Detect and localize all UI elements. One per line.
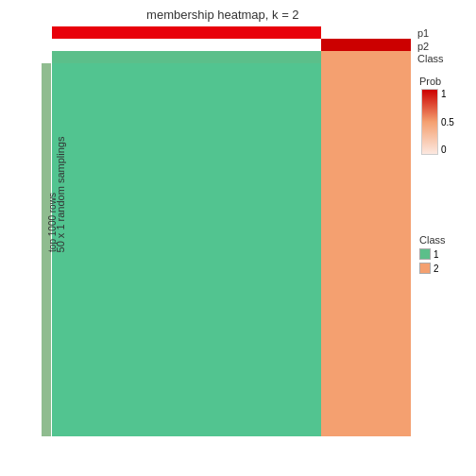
legend-gradient [421,89,438,155]
legend-prob-title: Prob [419,76,471,87]
label-cols: top 1000 rows [47,193,58,252]
label-class: Class [417,53,444,64]
legend-prob-min: 0 [441,144,454,155]
chart-title: membership heatmap, k = 2 [146,8,299,22]
class-bar-row [52,51,411,63]
legend-class-2-label: 2 [434,264,439,274]
legend-prob-mid: 0.5 [441,117,454,128]
legend-class-2-item: 2 [419,263,471,274]
p2-bar [321,39,411,51]
legend-class-1-item: 1 [419,248,471,260]
p1-bar [52,26,321,39]
legend-class-2-swatch [419,263,431,274]
class-bar-2 [321,51,411,63]
label-p2: p2 [417,41,429,52]
heatmap-block-green [52,63,321,436]
class-bar-1 [52,51,321,63]
legend-class-1-swatch [419,248,431,260]
heatmap-main [52,63,411,436]
heatmap-block-salmon [321,63,411,436]
legend-area: Prob 1 0.5 0 Class 1 2 [419,76,471,277]
legend-prob-max: 1 [441,89,454,99]
legend-class-title: Class [419,234,471,246]
legend-class-1-label: 1 [434,249,439,260]
label-p1: p1 [417,27,429,39]
chart-container: membership heatmap, k = 2 p1 p2 Class 50… [0,0,476,476]
